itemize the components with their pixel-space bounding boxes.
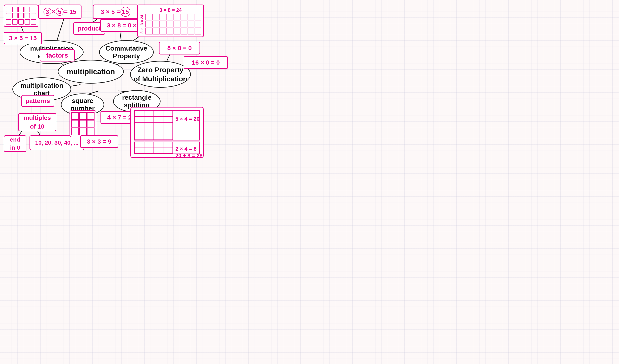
- oval-zero-property: Zero Propertyof Multiplication: [130, 61, 191, 88]
- box-8x0: 8 × 0 = 0: [159, 42, 200, 55]
- rect-label-2x4: 2 × 4 = 8: [175, 146, 197, 152]
- box-3x5-15: 3 × 5 = 15: [4, 32, 42, 44]
- box-sequence: 10, 20, 30, 40, ...: [29, 135, 84, 150]
- rect-label-sum: 20 + 8 = 28: [175, 153, 203, 159]
- rect-label-5x4: 5 × 4 = 20: [175, 116, 199, 122]
- array-grid-3x5: [4, 4, 38, 27]
- rectangle-split-diagram: 5 × 4 = 20 2 × 4 = 8 20 + 8 = 28: [130, 107, 204, 158]
- commutative-grid: 3 × 8 = 24 8 × 3 = 24: [137, 4, 204, 37]
- box-3x5-product-circled: 3 × 5 = 15: [93, 4, 138, 19]
- box-circled-factors: 3 × 5 = 15: [38, 4, 82, 19]
- box-patterns: patterns: [21, 95, 54, 107]
- box-factors: factors: [40, 49, 75, 61]
- connection-lines: [0, 0, 619, 364]
- box-3x3-9: 3 × 3 = 9: [80, 135, 118, 148]
- box-16x0: 16 × 0 = 0: [184, 56, 228, 69]
- square-number-grid: [70, 110, 96, 137]
- box-multiples-of-10: multiplesof 10: [18, 113, 56, 131]
- box-end-in-0: endin 0: [4, 135, 27, 152]
- oval-commutative-property: CommutativeProperty: [99, 40, 154, 64]
- oval-multiplication: multiplication: [58, 60, 124, 84]
